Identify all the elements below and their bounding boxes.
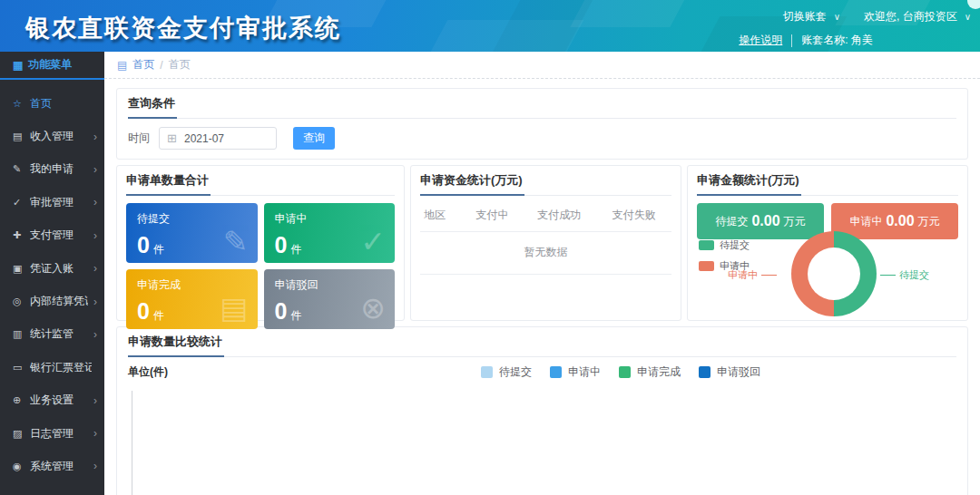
chevron-right-icon: › [93, 163, 97, 176]
chart-unit-label: 单位(件) [128, 364, 168, 380]
funds-statistics-title: 申请资金统计(万元) [420, 166, 524, 196]
header-corner-dot [967, 0, 980, 9]
document-icon: ▤ [220, 290, 248, 325]
legend-item[interactable]: 申请驳回 [699, 364, 760, 380]
amount-statistics-title: 申请金额统计(万元) [697, 166, 801, 196]
app-header: 银农直联资金支付审批系统 切换账套 ∨ 欢迎您, 台商投资区 ∨ 操作说明 账套… [0, 0, 980, 52]
chevron-right-icon: › [93, 394, 97, 407]
legend-swatch-green [619, 366, 631, 378]
sidebar-menu-title: 功能菜单 [28, 57, 72, 73]
column-header-success: 支付成功 [522, 199, 597, 232]
leader-line [880, 275, 896, 276]
sidebar-item-bank-draft[interactable]: ▭ 银行汇票登记 [0, 351, 104, 383]
sidebar: ▦ 功能菜单 ☆ 首页 ▤ 收入管理 › ✎ 我的申请 › ✓ 审批管理 › [0, 52, 104, 495]
sidebar-item-my-applications[interactable]: ✎ 我的申请 › [0, 153, 104, 186]
sidebar-item-log-management[interactable]: ▨ 日志管理 › [0, 417, 104, 450]
chevron-down-icon[interactable]: ∨ [834, 12, 840, 22]
donut-label-pending: 待提交 [880, 268, 929, 282]
chevron-down-icon[interactable]: ∨ [965, 12, 971, 22]
sidebar-item-income[interactable]: ▤ 收入管理 › [0, 120, 104, 152]
legend-swatch-darkblue [699, 366, 710, 378]
legend-swatch-blue [550, 366, 562, 378]
divider [791, 34, 792, 47]
donut-label-applying: 申请中 [728, 268, 777, 282]
column-header-paying: 支付中 [463, 199, 522, 232]
sidebar-item-business-settings[interactable]: ⊕ 业务设置 › [0, 384, 104, 417]
stat-value: 0 [275, 232, 288, 257]
chevron-right-icon: › [93, 196, 97, 209]
application-count-title: 申请单数量合计 [126, 166, 211, 196]
leader-line [761, 275, 777, 276]
legend-item[interactable]: 申请中 [550, 364, 601, 380]
sidebar-item-voucher-entry[interactable]: ▣ 凭证入账 › [0, 252, 104, 285]
comparison-chart-title: 申请数量比较统计 [128, 327, 224, 357]
bar-chart-legend: 待提交 申请中 申请完成 申请驳回 [481, 364, 760, 380]
sidebar-item-approval[interactable]: ✓ 审批管理 › [0, 186, 104, 218]
donut-chart-area: 申请中 待提交 [688, 226, 967, 320]
column-header-failed: 支付失败 [596, 199, 671, 232]
plus-icon: ✚ [13, 229, 24, 241]
document-icon: ▤ [13, 131, 24, 142]
edit-square-icon: ▨ [13, 428, 24, 440]
legend-item[interactable]: 申请完成 [619, 364, 681, 380]
switch-account-link[interactable]: 切换账套 [783, 9, 827, 24]
bar-chart-plot-area [128, 391, 956, 495]
page-icon: ▤ [117, 59, 127, 72]
list-check-icon: ✓ [360, 224, 386, 259]
operation-manual-link[interactable]: 操作说明 [739, 33, 782, 48]
briefcase-icon: ▣ [13, 263, 24, 275]
card-icon: ▭ [13, 362, 24, 374]
sidebar-item-payment[interactable]: ✚ 支付管理 › [0, 219, 104, 252]
column-header-region: 地区 [420, 199, 463, 232]
query-panel: 查询条件 时间 ⊞ 2021-07 查询 [116, 88, 968, 160]
breadcrumb-separator: / [160, 59, 162, 72]
edit-document-icon: ✎ [223, 224, 249, 259]
stat-card-rejected: 申请驳回 0件 ⊗ [264, 269, 396, 329]
bar-chart-icon: ▥ [13, 328, 24, 340]
chevron-right-icon: › [93, 427, 97, 440]
month-picker-value: 2021-07 [184, 132, 224, 145]
calendar-icon: ⊞ [167, 131, 177, 145]
stat-value: 0 [137, 232, 150, 257]
stat-card-pending-submit: 待提交 0件 ✎ [126, 203, 258, 263]
chevron-right-icon: › [93, 229, 97, 242]
breadcrumb-home-link[interactable]: 首页 [132, 57, 154, 73]
breadcrumb-current: 首页 [169, 57, 191, 73]
legend-item[interactable]: 待提交 [481, 364, 532, 380]
search-button[interactable]: 查询 [293, 127, 335, 150]
sidebar-menu: ☆ 首页 ▤ 收入管理 › ✎ 我的申请 › ✓ 审批管理 › ✚ 支付管理 [0, 80, 104, 483]
account-name-label: 账套名称: 角美 [801, 33, 873, 48]
query-panel-title: 查询条件 [128, 89, 177, 119]
stat-value: 0 [275, 298, 288, 324]
application-count-panel: 申请单数量合计 待提交 0件 ✎ 申请中 0件 ✓ [116, 165, 405, 321]
target-icon: ◎ [13, 296, 24, 307]
y-axis-line [132, 391, 132, 495]
sidebar-item-home[interactable]: ☆ 首页 [0, 87, 104, 120]
chevron-right-icon: › [93, 460, 97, 472]
welcome-user-label[interactable]: 欢迎您, 台商投资区 [864, 9, 957, 24]
grid-icon: ▦ [13, 59, 23, 72]
sidebar-item-statistics[interactable]: ▥ 统计监管 › [0, 318, 104, 351]
sidebar-item-internal-settlement[interactable]: ◎ 内部结算凭证 › [0, 285, 104, 317]
stats-row: 申请单数量合计 待提交 0件 ✎ 申请中 0件 ✓ [116, 165, 968, 321]
donut-chart [791, 231, 877, 316]
chevron-right-icon: › [93, 296, 97, 308]
chevron-right-icon: › [93, 131, 97, 143]
chevron-right-icon: › [93, 262, 97, 275]
legend-swatch-lightblue [481, 366, 493, 378]
link-icon: ⊕ [13, 394, 24, 406]
app-title: 银农直联资金支付审批系统 [25, 12, 341, 44]
empty-data-text: 暂无数据 [420, 232, 671, 275]
funds-table: 地区 支付中 支付成功 支付失败 暂无数据 [420, 199, 671, 275]
main-area: ▤ 首页 / 首页 查询条件 时间 ⊞ 2021-07 查询 [104, 52, 980, 495]
sidebar-item-system-management[interactable]: ◉ 系统管理 › [0, 450, 104, 482]
amount-statistics-panel: 申请金额统计(万元) 待提交 0.00 万元 申请中 0.00 万元 [687, 165, 968, 321]
app-window: 银农直联资金支付审批系统 切换账套 ∨ 欢迎您, 台商投资区 ∨ 操作说明 账套… [0, 0, 980, 495]
stat-card-applying: 申请中 0件 ✓ [264, 203, 396, 263]
stat-value: 0 [137, 298, 150, 324]
chevron-right-icon: › [93, 328, 97, 341]
month-picker-input[interactable]: ⊞ 2021-07 [159, 127, 277, 150]
gear-icon: ◉ [13, 461, 24, 472]
dashboard-content: 查询条件 时间 ⊞ 2021-07 查询 申请单数量合计 [104, 80, 980, 495]
time-label: 时间 [128, 131, 150, 146]
